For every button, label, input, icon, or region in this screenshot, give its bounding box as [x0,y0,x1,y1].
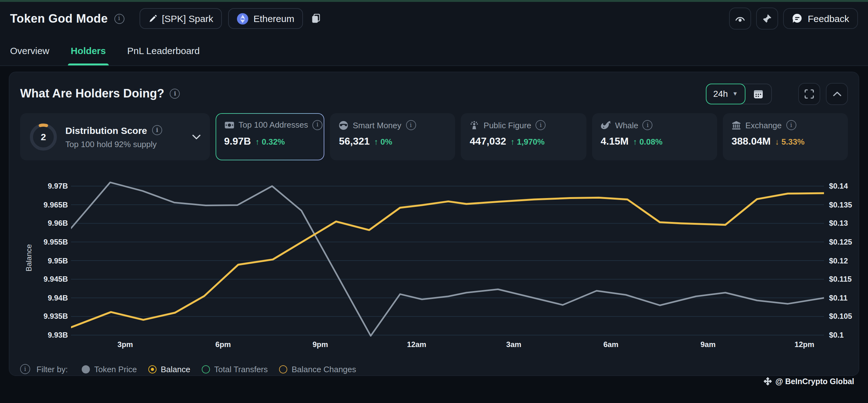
tab-bar: Overview Holders PnL Leaderboard [0,35,868,66]
filter-total-transfers[interactable]: Total Transfers [202,364,268,374]
timeframe-control: 24h ▼ [706,83,772,104]
pencil-icon [148,14,157,23]
diamond-logo-icon [763,377,772,385]
filter-balance-changes[interactable]: Balance Changes [279,364,356,374]
stat-card-top-100-addresses[interactable]: Top 100 Addresses i 9.97B ↑ 0.32% [216,113,324,160]
copy-icon[interactable] [312,14,320,23]
right-tick: $0.135 [829,200,852,209]
distribution-score-gauge: 2 [30,123,57,151]
page-footer: @ BeInCrypto Global [9,376,859,386]
panel-title: What Are Holders Doing? [20,87,164,101]
stat-change: ↑ 0% [374,137,392,147]
distribution-score-card[interactable]: 2 Distribution Score i Top 100 hold 92% … [20,113,210,160]
stat-value: 9.97B [224,135,251,147]
info-icon[interactable]: i [312,120,322,130]
timeframe-value: 24h [713,89,728,99]
stat-value: 56,321 [339,136,370,147]
stat-card-smart-money[interactable]: Smart Money i 56,321 ↑ 0% [330,113,455,160]
page-title: Token God Mode [10,12,108,26]
info-icon[interactable]: i [406,120,416,130]
stat-label: Public Figure [484,120,531,130]
stat-card-public-figure[interactable]: Public Figure i 447,032 ↑ 1,970% [461,113,586,160]
stat-change: ↓ 5.33% [775,137,805,147]
right-tick: $0.13 [829,219,848,228]
distribution-score-value: 2 [30,123,57,151]
calendar-button[interactable] [745,84,771,103]
right-axis-ticks: $0.14$0.135$0.13$0.125$0.12$0.115$0.11$0… [829,166,868,355]
info-icon[interactable]: i [170,89,180,99]
info-icon[interactable]: i [786,120,796,130]
fullscreen-button[interactable] [798,83,820,105]
right-tick: $0.11 [829,293,847,302]
tab-holders[interactable]: Holders [69,35,107,65]
pin-icon [763,14,772,23]
x-tick: 9pm [312,340,328,349]
x-tick: 12pm [795,340,814,349]
stat-value: 388.04M [732,136,771,147]
stat-label: Exchange [745,120,782,130]
timeframe-dropdown[interactable]: 24h ▼ [706,83,745,104]
page-content: What Are Holders Doing? i 24h ▼ [0,66,868,386]
fullscreen-icon [805,89,814,98]
series-balance [71,193,824,328]
stat-change: ↑ 1,970% [511,137,545,147]
info-icon[interactable]: i [114,13,124,24]
attribution-text: @ BeInCrypto Global [775,377,854,386]
distribution-score-title: Distribution Score [65,125,147,135]
stat-label: Whale [615,120,638,130]
feedback-button[interactable]: Feedback [783,8,858,29]
chevron-down-icon[interactable] [192,134,200,139]
total-transfers-radio [202,365,210,373]
stat-value: 4.15M [600,136,628,147]
chat-bubble-icon [792,13,803,24]
screenshot-root: Token God Mode i [SPK] Spark Ether [0,0,868,403]
info-icon[interactable]: i [536,120,546,130]
right-tick: $0.105 [829,312,852,321]
stat-card-exchange[interactable]: Exchange i 388.04M ↓ 5.33% [723,113,848,160]
balance-radio [148,365,156,373]
right-tick: $0.115 [829,275,852,283]
stat-change: ↑ 0.32% [255,137,285,146]
right-tick: $0.12 [829,256,848,265]
filter-balance[interactable]: Balance [148,364,190,374]
right-tick: $0.1 [829,331,844,340]
chart-plot[interactable] [71,166,824,355]
left-tick: 9.955B [44,238,68,246]
token-selector-label: [SPK] Spark [162,13,213,24]
series-token-price [71,182,824,336]
token-price-radio [82,365,90,373]
watchlist-eye-icon [735,14,745,23]
chain-selector-label: Ethereum [253,13,294,24]
info-icon[interactable]: i [152,125,162,135]
cash-icon [224,121,234,129]
left-tick: 9.94B [48,293,68,302]
x-tick: 6pm [215,340,231,349]
filter-token-price[interactable]: Token Price [82,364,137,374]
distribution-score-subtitle: Top 100 hold 92% supply [65,139,162,149]
holders-chart: 9.97B9.965B9.96B9.955B9.95B9.945B9.94B9.… [20,166,848,355]
balance-changes-radio [279,365,287,373]
collapse-button[interactable] [826,83,848,105]
whale-icon [600,121,611,129]
pin-button[interactable] [756,7,778,30]
x-tick: 12am [407,340,426,349]
chain-selector-button[interactable]: Ethereum [228,8,303,29]
stat-card-whale[interactable]: Whale i 4.15M ↑ 0.08% [592,113,717,160]
left-tick: 9.93B [48,331,68,340]
holders-activity-panel: What Are Holders Doing? i 24h ▼ [9,72,859,376]
tab-overview[interactable]: Overview [9,35,51,65]
tab-pnl-leaderboard[interactable]: PnL Leaderboard [126,35,201,65]
x-tick: 3pm [118,340,133,349]
exchange-icon [732,120,741,130]
right-tick: $0.125 [829,238,852,246]
right-tick: $0.14 [829,182,848,190]
x-tick: 9am [701,340,716,349]
info-icon[interactable]: i [643,120,653,130]
holder-stats-row: 2 Distribution Score i Top 100 hold 92% … [20,113,848,160]
info-icon[interactable]: i [20,364,30,374]
calendar-icon [753,89,763,98]
x-tick: 3am [506,340,521,349]
watchlist-button[interactable] [729,7,751,30]
token-selector-button[interactable]: [SPK] Spark [139,8,222,29]
top-bar: Token God Mode i [SPK] Spark Ether [0,2,868,35]
